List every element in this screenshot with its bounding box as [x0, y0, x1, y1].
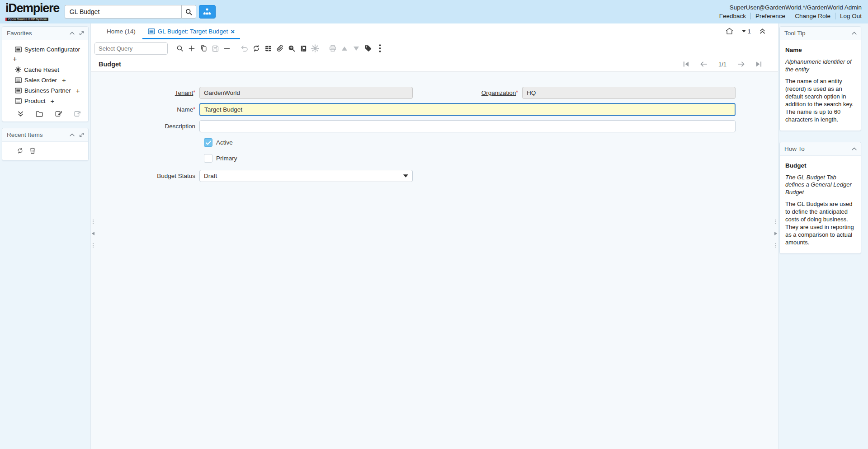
howto-collapse-button[interactable]	[852, 147, 857, 150]
collapse-left-icon[interactable]	[92, 232, 94, 235]
tab-gl-budget[interactable]: GL Budget: Target Budget ×	[142, 25, 240, 39]
undo-button[interactable]	[239, 42, 250, 55]
global-search-input[interactable]	[65, 5, 181, 19]
favorites-expand-button[interactable]	[79, 31, 84, 36]
requery-button[interactable]	[250, 42, 262, 55]
select-query-combo	[94, 42, 168, 55]
first-record-button[interactable]	[683, 61, 689, 67]
primary-label: Primary	[216, 155, 237, 162]
copy-record-button[interactable]	[198, 42, 209, 55]
preference-link[interactable]: Preference	[750, 13, 790, 19]
delete-record-button[interactable]	[221, 42, 233, 55]
form-row-active: Active	[204, 138, 778, 147]
menu-tree-button[interactable]	[199, 5, 216, 19]
howto-title: How To	[784, 145, 805, 152]
primary-checkbox[interactable]	[204, 154, 212, 163]
active-checkbox[interactable]	[204, 138, 212, 147]
chat-log-button[interactable]	[297, 42, 309, 55]
organization-label[interactable]: Organization	[481, 89, 516, 96]
collapse-header-button[interactable]	[760, 28, 765, 34]
chevron-up-icon	[852, 32, 857, 35]
log-out-link[interactable]: Log Out	[835, 13, 862, 19]
name-field[interactable]	[199, 103, 736, 116]
last-record-icon	[756, 61, 762, 67]
favorite-item-system-configurator[interactable]: System Configurator	[2, 44, 88, 55]
next-record-button[interactable]	[738, 61, 745, 67]
left-splitter[interactable]	[91, 220, 95, 248]
process-button[interactable]	[309, 42, 321, 55]
recent-items-panel: Recent Items	[2, 128, 89, 161]
tenant-field[interactable]	[199, 87, 413, 99]
refresh-icon	[252, 44, 260, 52]
feedback-link[interactable]: Feedback	[715, 13, 750, 19]
favorite-new-record-sales-order[interactable]: +	[60, 77, 66, 84]
description-field[interactable]	[199, 120, 736, 132]
previous-record-button[interactable]	[700, 61, 707, 67]
tenant-label[interactable]: Tenant	[175, 89, 193, 96]
grid-toggle-button[interactable]	[262, 42, 274, 55]
favorite-new-record-business-partner[interactable]: +	[74, 87, 80, 94]
trash-icon	[29, 147, 36, 154]
recent-items-collapse-button[interactable]	[70, 133, 75, 136]
collapse-all-button[interactable]	[18, 111, 24, 117]
logo-wordmark: iDempiere	[5, 2, 59, 14]
required-marker: *	[193, 106, 195, 112]
undo-icon	[241, 44, 249, 52]
paperclip-icon	[276, 44, 284, 52]
desktop-selector[interactable]: 1	[742, 28, 751, 35]
favorite-new-record-product[interactable]: +	[48, 98, 55, 104]
tooltip-panel: Tool Tip Name Alphanumeric identifier of…	[779, 26, 861, 131]
refresh-recent-button[interactable]	[17, 147, 24, 154]
collapse-right-icon[interactable]	[774, 232, 777, 235]
search-icon	[185, 8, 193, 16]
last-record-button[interactable]	[756, 61, 762, 67]
close-icon[interactable]: ×	[231, 28, 235, 35]
search-button[interactable]	[181, 5, 196, 19]
share-favorites-button[interactable]	[74, 111, 81, 117]
more-actions-button[interactable]	[374, 42, 386, 55]
find-record-button[interactable]	[174, 42, 186, 55]
favorite-item-product[interactable]: Product +	[2, 96, 88, 106]
zoom-across-button[interactable]	[286, 42, 297, 55]
tooltip-collapse-button[interactable]	[852, 32, 857, 35]
favorite-item-cache-reset[interactable]: Cache Reset	[2, 65, 88, 75]
save-icon	[212, 45, 219, 52]
tooltip-text: The name of an entity (record) is used a…	[785, 78, 855, 123]
description-label-cell: Description	[91, 123, 199, 130]
tab-home[interactable]: Home (14)	[100, 24, 142, 39]
record-log-icon	[300, 45, 307, 52]
logo-tagline: Open Source ERP System	[5, 18, 48, 22]
recent-items-expand-button[interactable]	[79, 132, 84, 137]
favorite-new-record-system-configurator[interactable]: +	[2, 55, 88, 65]
left-sidebar: Favorites System Configurator +	[0, 23, 90, 449]
organization-field[interactable]	[522, 87, 736, 99]
favorite-item-sales-order[interactable]: Sales Order +	[2, 75, 88, 85]
favorite-item-business-partner[interactable]: Business Partner +	[2, 85, 88, 96]
select-query-input[interactable]	[95, 43, 168, 54]
triangle-down-icon	[354, 47, 359, 51]
budget-status-dropdown[interactable]: Draft	[199, 170, 413, 182]
folder-icon-button[interactable]	[36, 111, 43, 117]
attachment-button[interactable]	[274, 42, 286, 55]
parent-record-button[interactable]	[339, 42, 350, 55]
home-button[interactable]	[726, 28, 733, 35]
favorites-collapse-button[interactable]	[70, 32, 75, 35]
tooltip-summary: Alphanumeric identifier of the entity	[785, 58, 855, 73]
right-splitter[interactable]	[774, 220, 778, 248]
save-button[interactable]	[209, 42, 221, 55]
required-marker: *	[193, 89, 195, 96]
expand-diagonal-icon	[79, 31, 84, 36]
label-button[interactable]	[362, 42, 374, 55]
search-icon	[176, 44, 184, 52]
detail-record-button[interactable]	[350, 42, 362, 55]
plus-icon	[188, 44, 196, 52]
edit-document-icon	[55, 111, 62, 117]
clear-recent-button[interactable]	[29, 147, 36, 154]
change-role-link[interactable]: Change Role	[790, 13, 835, 19]
budget-status-label-cell: Budget Status	[91, 173, 199, 179]
new-record-button[interactable]	[186, 42, 198, 55]
edit-favorites-button[interactable]	[55, 111, 62, 117]
tab-label: GL Budget: Target Budget	[158, 28, 228, 35]
window-icon	[148, 28, 155, 34]
print-button[interactable]	[327, 42, 339, 55]
